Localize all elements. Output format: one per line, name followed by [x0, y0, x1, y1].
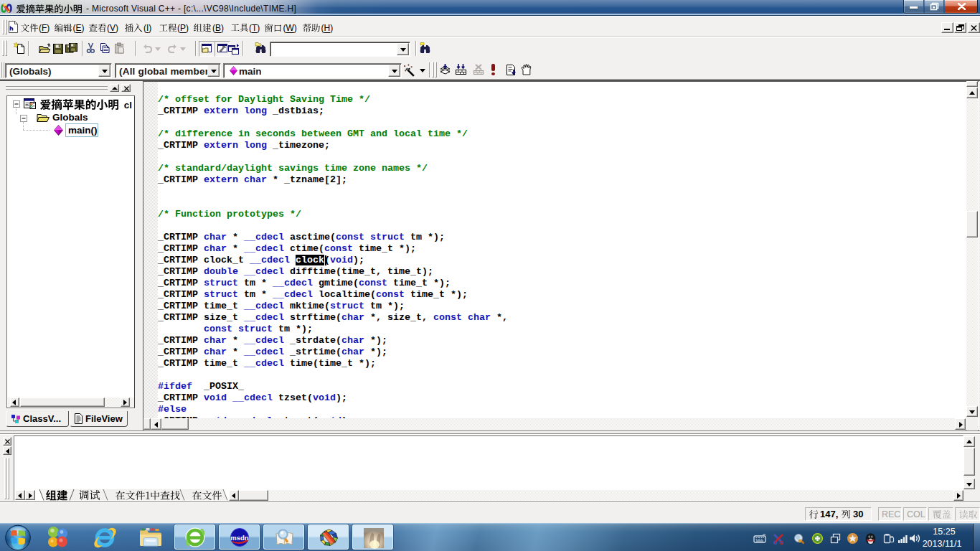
svg-text:msdn: msdn — [230, 534, 249, 542]
